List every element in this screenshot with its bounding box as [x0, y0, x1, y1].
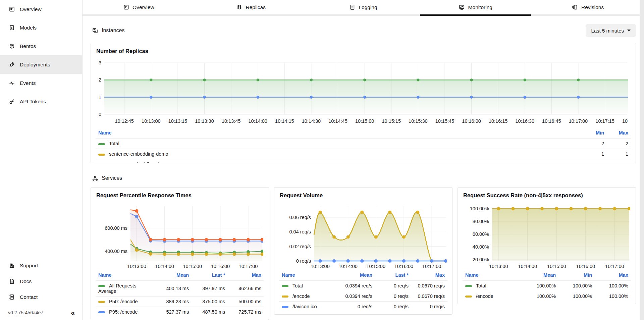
- legend-value: 725.72 ms: [228, 307, 264, 317]
- legend-row[interactable]: /favicon.ico0 req/s0 req/s0 req/s: [279, 302, 447, 312]
- tab-label: Overview: [132, 4, 154, 10]
- replicas-chart[interactable]: 321010:12:4510:13:0010:13:1510:13:3010:1…: [96, 56, 628, 128]
- version-row: v0.2.75-456a4e7 «: [0, 305, 82, 320]
- data-point: [430, 259, 433, 263]
- legend-row[interactable]: /encode0.0394 req/s0 req/s0.0670 req/s: [279, 291, 447, 302]
- instances-section-header: Instances Last 5 minutes: [83, 16, 644, 43]
- legend-row[interactable]: P95: /encode527.37 ms487.50 ms725.72 ms: [96, 307, 264, 317]
- x-tick-label: 10:17:15: [595, 118, 614, 124]
- tab-monitoring[interactable]: Monitoring: [419, 0, 532, 14]
- sidebar-item-bentos[interactable]: Bentos: [0, 37, 82, 55]
- x-tick-label: 10:15:30: [409, 118, 427, 124]
- data-point: [388, 211, 391, 214]
- legend-header: Mean: [522, 271, 558, 281]
- sidebar-item-label: Deployments: [20, 62, 50, 68]
- data-point: [497, 207, 500, 210]
- x-tick-label: 10:17:00: [569, 118, 588, 124]
- y-tick-label: 60.00%: [473, 231, 489, 237]
- legend-row[interactable]: /encode100.00%100.00%100.00%: [463, 291, 631, 302]
- series-swatch: [282, 296, 288, 298]
- tab-label: Revisions: [581, 4, 604, 10]
- sidebar-item-events[interactable]: Events: [0, 74, 82, 92]
- sidebar-item-contact[interactable]: Contact: [0, 289, 82, 305]
- success-chart[interactable]: 100.00%80.00%60.00%40.00%20.00%10:13:001…: [463, 200, 630, 270]
- legend-row[interactable]: Total100.00%100.00%100.00%: [463, 281, 631, 291]
- x-tick-label: 10:17:00: [605, 264, 624, 269]
- tab-replicas[interactable]: Replicas: [195, 0, 307, 14]
- x-tick-label: 10:16:00: [211, 264, 230, 269]
- legend-table: NameMeanLast *MaxAll Requests Average400…: [96, 271, 264, 317]
- active-tab-indicator: [420, 14, 531, 16]
- sidebar-item-support[interactable]: Support: [0, 258, 82, 273]
- data-point: [319, 259, 322, 263]
- sidebar-item-label: Models: [20, 25, 37, 31]
- sidebar-item-label: Bentos: [20, 43, 36, 49]
- data-point: [613, 207, 616, 210]
- legend-value: 389.23 ms: [155, 297, 192, 307]
- replicas-legend: NameMinMaxTotal22sentence-embedding-demo…: [96, 129, 631, 163]
- percentile-chart[interactable]: 600.00 ms400.00 ms10:13:0010:14:0010:15:…: [96, 200, 263, 270]
- data-point: [163, 238, 166, 241]
- tab-label: Monitoring: [468, 4, 492, 10]
- x-tick-label: 10:17:30: [622, 118, 628, 124]
- tab-revisions[interactable]: Revisions: [532, 0, 644, 14]
- series-area: [492, 209, 629, 261]
- data-point: [203, 78, 206, 81]
- series-line: [130, 210, 262, 239]
- legend-row[interactable]: Total0.0394 req/s0 req/s0.0670 req/s: [279, 281, 447, 291]
- success-legend: NameMeanMinMaxTotal100.00%100.00%100.00%…: [463, 271, 631, 301]
- data-point: [470, 78, 473, 81]
- y-tick-label: 0.06 req/s: [289, 215, 311, 220]
- x-tick-label: 10:15:45: [435, 118, 454, 124]
- legend-row[interactable]: P50: /encode389.23 ms375.00 ms500.00 ms: [96, 297, 264, 307]
- sidebar-item-models[interactable]: Models: [0, 18, 82, 37]
- x-tick-label: 10:15:00: [355, 118, 374, 124]
- chart-title: Number of Replicas: [96, 48, 631, 54]
- tab-logging[interactable]: Logging: [307, 0, 420, 14]
- data-point: [310, 78, 313, 81]
- legend-value: 0 req/s: [375, 281, 411, 291]
- x-tick-label: 10:14:45: [328, 118, 347, 124]
- data-point: [363, 78, 366, 81]
- x-tick-label: 10:13:00: [142, 118, 160, 124]
- time-range-dropdown[interactable]: Last 5 minutes: [586, 24, 636, 37]
- legend-series-name: /encode: [476, 294, 493, 299]
- legend-header: Name: [279, 271, 339, 281]
- legend-value: 400.13 ms: [155, 281, 192, 297]
- sidebar-nav: Overview Models Bentos Deployments: [0, 0, 82, 111]
- tab-label: Replicas: [246, 4, 265, 10]
- sidebar-item-overview[interactable]: Overview: [0, 0, 82, 18]
- data-point: [417, 78, 419, 81]
- legend-row[interactable]: sentence-embedding-demo-runner-011: [96, 159, 631, 163]
- volume-chart[interactable]: 0.06 req/s0.04 req/s0.02 req/s0 req/s10:…: [279, 200, 447, 270]
- sidebar-item-label: API Tokens: [20, 99, 46, 105]
- sidebar-item-api-tokens[interactable]: API Tokens: [0, 92, 82, 111]
- sidebar-item-label: Overview: [20, 6, 42, 12]
- legend-value: 0.0394 req/s: [339, 291, 375, 302]
- legend-value: 0 req/s: [375, 291, 411, 302]
- legend-row[interactable]: Total22: [96, 139, 631, 149]
- legend-value: 1: [583, 149, 607, 159]
- y-tick-label: 2: [99, 77, 101, 83]
- tab-label: Logging: [359, 4, 377, 10]
- support-icon: [9, 263, 15, 269]
- x-tick-label: 10:14:00: [338, 264, 357, 269]
- data-point: [584, 207, 587, 210]
- sidebar-item-docs[interactable]: Docs: [0, 273, 82, 289]
- collapse-sidebar-button[interactable]: «: [71, 309, 74, 317]
- tab-overview[interactable]: Overview: [83, 0, 195, 14]
- series-swatch: [465, 285, 472, 287]
- data-point: [150, 78, 152, 81]
- data-point: [526, 207, 529, 210]
- legend-row[interactable]: All Requests Average400.13 ms397.97 ms46…: [96, 281, 264, 297]
- legend-row[interactable]: sentence-embedding-demo11: [96, 149, 631, 159]
- percentile-legend: NameMeanLast *MaxAll Requests Average400…: [96, 271, 264, 317]
- data-point: [150, 96, 152, 99]
- legend-table: NameMeanLast *MaxTotal0.0394 req/s0 req/…: [279, 271, 447, 312]
- scrollbar[interactable]: [640, 0, 644, 320]
- legend-value: 1: [607, 159, 631, 163]
- y-tick-label: 80.00%: [473, 219, 489, 224]
- bentos-icon: [9, 43, 15, 49]
- sidebar-item-deployments[interactable]: Deployments: [0, 55, 82, 74]
- x-tick-label: 10:13:00: [127, 264, 146, 269]
